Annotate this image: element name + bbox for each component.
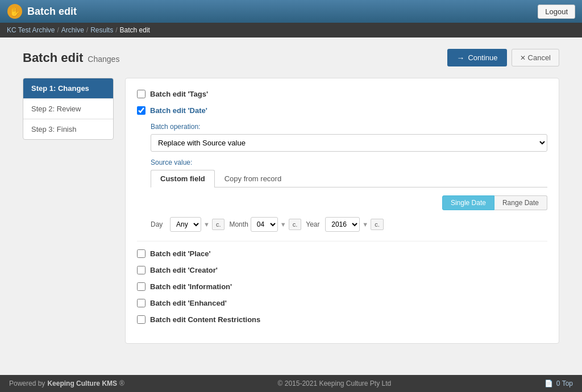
breadcrumb-sep-1: / <box>57 26 59 34</box>
step-3-label: Step 3: Finish <box>31 125 77 134</box>
form-area: Batch edit 'Tags' Batch edit 'Date' Batc… <box>125 78 559 344</box>
batch-creator-label[interactable]: Batch edit 'Creator' <box>150 266 218 274</box>
breadcrumb-current: Batch edit <box>120 26 150 34</box>
page-header: Batch edit Changes → Continue ✕ Cancel <box>23 49 559 66</box>
cancel-button[interactable]: ✕ Cancel <box>512 49 559 66</box>
breadcrumb-link-kc[interactable]: KC Test Archive <box>7 26 55 34</box>
batch-creator-row: Batch edit 'Creator' <box>137 266 547 274</box>
day-chevron-icon: ▼ <box>203 221 210 228</box>
year-chevron-icon: ▼ <box>362 221 368 228</box>
source-value-label: Source value: <box>151 159 547 166</box>
x-cancel-icon: ✕ <box>520 54 526 62</box>
batch-content-restrictions-row: Batch edit Content Restrictions <box>137 315 547 324</box>
month-field-group: Month 04 ▼ c. <box>229 217 301 232</box>
step-2-label: Step 2: Review <box>31 105 81 113</box>
svg-text:✋: ✋ <box>9 6 20 17</box>
month-chevron-icon: ▼ <box>280 221 286 228</box>
batch-place-row: Batch edit 'Place' <box>137 249 547 258</box>
range-date-button[interactable]: Range Date <box>494 195 547 210</box>
step-2-item[interactable]: Step 2: Review <box>23 99 113 119</box>
step-1-label: Step 1: Changes <box>31 84 89 93</box>
app-header: ✋ Batch edit Logout <box>0 0 582 23</box>
batch-tags-checkbox[interactable] <box>137 90 146 98</box>
batch-tags-row: Batch edit 'Tags' <box>137 90 547 98</box>
day-c-button[interactable]: c. <box>212 219 225 230</box>
batch-content-restrictions-checkbox[interactable] <box>137 315 146 324</box>
year-label: Year <box>306 220 323 228</box>
page-subtitle: Changes <box>88 55 119 64</box>
tab-bar: Custom field Copy from record <box>151 170 547 187</box>
footer-left: Powered by Keeping Culture KMS ® <box>9 380 124 387</box>
date-type-controls: Single Date Range Date <box>151 195 547 210</box>
year-select[interactable]: 2016 <box>325 217 360 232</box>
date-section: Batch operation: Replace with Source val… <box>151 123 547 232</box>
steps-sidebar: Step 1: Changes Step 2: Review Step 3: F… <box>23 78 114 140</box>
breadcrumb-sep-2: / <box>86 26 88 34</box>
top-page-icon: 📄 <box>544 380 553 387</box>
batch-information-row: Batch edit 'Information' <box>137 282 547 291</box>
batch-tags-label[interactable]: Batch edit 'Tags' <box>150 90 208 98</box>
page-title: Batch edit <box>23 51 83 65</box>
month-c-button[interactable]: c. <box>289 219 302 230</box>
batch-operation-select[interactable]: Replace with Source value <box>151 134 547 152</box>
tab-custom-field[interactable]: Custom field <box>151 170 215 187</box>
breadcrumb-link-results[interactable]: Results <box>90 26 113 34</box>
breadcrumb-sep-3: / <box>115 26 117 34</box>
tab-copy-from-record[interactable]: Copy from record <box>215 170 291 187</box>
footer-copyright: © 2015-2021 Keeping Culture Pty Ltd <box>278 380 392 387</box>
day-field-group: Day Any ▼ c. <box>151 217 225 232</box>
app-footer: Powered by Keeping Culture KMS ® © 2015-… <box>0 375 582 392</box>
continue-label: Continue <box>468 53 497 62</box>
top-link[interactable]: 0 Top <box>556 380 573 387</box>
batch-date-checkbox[interactable] <box>137 106 146 115</box>
day-label: Day <box>151 220 168 228</box>
footer-right: 📄 0 Top <box>544 380 573 387</box>
batch-information-label[interactable]: Batch edit 'Information' <box>150 282 232 291</box>
day-select[interactable]: Any <box>170 217 201 232</box>
page-header-left: Batch edit Changes <box>23 51 119 65</box>
date-fields-row: Day Any ▼ c. Month 04 ▼ c. Year <box>151 217 547 232</box>
tab-custom-field-label: Custom field <box>160 174 205 183</box>
arrow-right-icon: → <box>456 53 464 62</box>
powered-by-text: Powered by <box>9 380 45 387</box>
batch-date-label[interactable]: Batch edit 'Date' <box>150 106 207 115</box>
batch-enhanced-label[interactable]: Batch edit 'Enhanced' <box>150 299 227 307</box>
batch-operation-label: Batch operation: <box>151 123 547 131</box>
breadcrumb-link-archive[interactable]: Archive <box>61 26 84 34</box>
batch-information-checkbox[interactable] <box>137 282 146 291</box>
batch-enhanced-checkbox[interactable] <box>137 299 146 307</box>
page-header-actions: → Continue ✕ Cancel <box>447 49 559 66</box>
step-1-item[interactable]: Step 1: Changes <box>23 78 113 99</box>
single-date-button[interactable]: Single Date <box>442 195 494 210</box>
header-left: ✋ Batch edit <box>7 3 77 19</box>
step-3-item[interactable]: Step 3: Finish <box>23 119 113 139</box>
divider-1 <box>137 241 547 241</box>
cancel-label: Cancel <box>528 53 551 62</box>
app-title: Batch edit <box>27 6 77 18</box>
batch-place-label[interactable]: Batch edit 'Place' <box>150 249 211 258</box>
batch-content-restrictions-label[interactable]: Batch edit Content Restrictions <box>150 315 260 324</box>
batch-place-checkbox[interactable] <box>137 249 146 258</box>
logout-button[interactable]: Logout <box>538 5 575 19</box>
month-label: Month <box>229 220 248 228</box>
month-select[interactable]: 04 <box>251 217 278 232</box>
main-content: Batch edit Changes → Continue ✕ Cancel S… <box>0 37 582 375</box>
hand-icon: ✋ <box>7 3 23 19</box>
breadcrumb: KC Test Archive / Archive / Results / Ba… <box>0 23 582 37</box>
continue-button[interactable]: → Continue <box>447 49 506 66</box>
batch-enhanced-row: Batch edit 'Enhanced' <box>137 299 547 307</box>
footer-trademark: ® <box>119 380 124 387</box>
year-field-group: Year 2016 ▼ c. <box>306 217 383 232</box>
year-c-button[interactable]: c. <box>371 219 384 230</box>
batch-creator-checkbox[interactable] <box>137 266 146 274</box>
tab-copy-from-record-label: Copy from record <box>225 174 281 183</box>
layout: Step 1: Changes Step 2: Review Step 3: F… <box>23 78 559 344</box>
batch-date-row: Batch edit 'Date' <box>137 106 547 115</box>
footer-brand: Keeping Culture KMS <box>47 380 117 387</box>
